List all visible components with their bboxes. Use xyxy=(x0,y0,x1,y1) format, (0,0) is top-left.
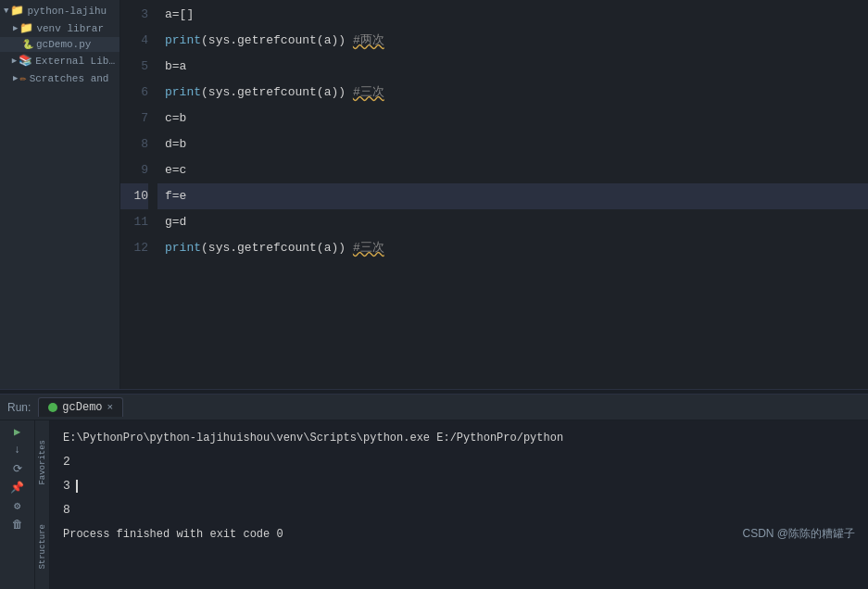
line-numbers: 3 4 5 6 7 8 9 10 11 12 xyxy=(120,0,157,389)
line-num-10: 10 xyxy=(120,183,148,209)
run-panel: Run: gcDemo × ▶ ↓ ⟳ 📌 ⚙ 🗑 Favorites Stru… xyxy=(0,395,868,589)
folder-icon-venv: 📁 xyxy=(19,21,33,35)
sidebar-item-extlibs[interactable]: ▶ 📚 External Librar xyxy=(0,52,120,69)
run-output: E:\PythonPro\python-lajihuishou\venv\Scr… xyxy=(50,420,868,589)
run-tab-bar: Run: gcDemo × xyxy=(0,395,868,420)
side-labels: Favorites Structure xyxy=(35,420,50,589)
chevron-right-icon: ▶ xyxy=(13,23,18,33)
output-path-line: E:\PythonPro\python-lajihuishou\venv\Scr… xyxy=(63,426,855,450)
process-finished-text: Process finished with exit code 0 xyxy=(63,528,283,541)
favorites-label[interactable]: Favorites xyxy=(38,440,47,485)
run-settings-button[interactable]: ⚙ xyxy=(10,498,25,513)
line-num-5: 5 xyxy=(120,54,148,80)
run-pin-button[interactable]: 📌 xyxy=(10,480,25,495)
structure-label[interactable]: Structure xyxy=(38,524,47,570)
run-body: ▶ ↓ ⟳ 📌 ⚙ 🗑 Favorites Structure E:\Pytho… xyxy=(0,420,868,589)
sidebar-item-root[interactable]: ▼ 📁 python-lajihu xyxy=(0,2,120,19)
code-line-9: e=c xyxy=(157,157,868,183)
sidebar-item-venv[interactable]: ▶ 📁 venv librar xyxy=(0,19,120,37)
code-line-3: a=[] xyxy=(157,2,868,28)
code-editor: 3 4 5 6 7 8 9 10 11 12 a=[] print(sys.ge… xyxy=(120,0,868,389)
code-line-5: b=a xyxy=(157,54,868,80)
line-num-9: 9 xyxy=(120,157,148,183)
run-tab-label: gcDemo xyxy=(62,401,102,414)
code-line-11: g=d xyxy=(157,209,868,235)
code-line-4: print(sys.getrefcount(a)) #两次 xyxy=(157,28,868,54)
run-play-button[interactable]: ▶ xyxy=(10,424,25,439)
line-num-11: 11 xyxy=(120,209,148,235)
code-line-12: print(sys.getrefcount(a)) #三次 xyxy=(157,235,868,261)
line-num-8: 8 xyxy=(120,132,148,157)
folder-icon: 📁 xyxy=(10,4,24,18)
run-trash-button[interactable]: 🗑 xyxy=(10,517,25,532)
code-line-7: c=b xyxy=(157,106,868,132)
run-controls: ▶ ↓ ⟳ 📌 ⚙ 🗑 xyxy=(0,420,35,589)
sidebar-root-label: python-lajihu xyxy=(27,6,107,17)
output-line-3: 3 xyxy=(63,474,70,498)
line-num-6: 6 xyxy=(120,80,148,106)
csdn-label: CSDN @陈陈的糟罐子 xyxy=(742,526,855,542)
sidebar-extlibs-label: External Librar xyxy=(35,56,116,67)
code-line-10: f=e xyxy=(157,183,868,209)
run-status-icon xyxy=(48,403,57,412)
sidebar-scratch-label: Scratches and xyxy=(30,73,109,84)
sidebar-venv-label: venv librar xyxy=(36,23,104,34)
line-num-3: 3 xyxy=(120,2,148,28)
code-content[interactable]: a=[] print(sys.getrefcount(a)) #两次 b=a p… xyxy=(157,0,868,389)
cursor-blink xyxy=(76,480,78,493)
run-stop-button[interactable]: ↓ xyxy=(10,443,25,457)
line-num-12: 12 xyxy=(120,235,148,261)
output-footer: Process finished with exit code 0 CSDN @… xyxy=(63,526,855,542)
output-line-8: 8 xyxy=(63,498,855,522)
close-tab-icon[interactable]: × xyxy=(107,402,114,413)
chevron-scratch-icon: ▶ xyxy=(13,73,18,83)
output-line-2: 2 xyxy=(63,450,855,474)
sidebar-gcDemo-label: gcDemo.py xyxy=(36,39,91,50)
chevron-lib-icon: ▶ xyxy=(12,56,17,66)
sidebar-item-gcDemo[interactable]: 🐍 gcDemo.py xyxy=(0,37,120,52)
chevron-down-icon: ▼ xyxy=(4,6,8,16)
run-rerun-button[interactable]: ⟳ xyxy=(10,461,25,476)
line-num-4: 4 xyxy=(120,28,148,54)
run-label: Run: xyxy=(7,401,31,414)
py-file-icon: 🐍 xyxy=(22,39,33,50)
code-line-6: print(sys.getrefcount(a)) #三次 xyxy=(157,80,868,106)
run-tab-gcDemo[interactable]: gcDemo × xyxy=(38,397,123,417)
project-sidebar: ▼ 📁 python-lajihu ▶ 📁 venv librar 🐍 gcDe… xyxy=(0,0,120,389)
sidebar-item-scratches[interactable]: ▶ ✏️ Scratches and xyxy=(0,69,120,87)
lib-icon: 📚 xyxy=(19,54,32,68)
code-line-8: d=b xyxy=(157,132,868,157)
scratch-icon: ✏️ xyxy=(19,71,26,85)
line-num-7: 7 xyxy=(120,106,148,132)
